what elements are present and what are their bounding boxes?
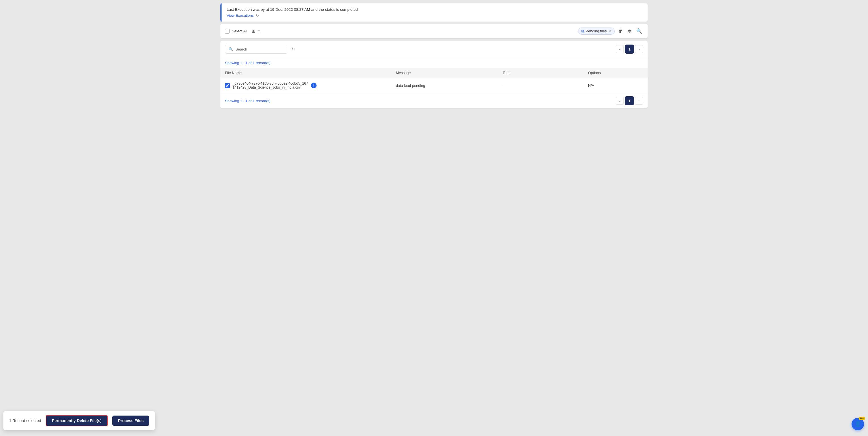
current-page-bottom: 1 xyxy=(625,96,634,105)
list-view-icon[interactable]: ≡ xyxy=(257,29,260,34)
sort-icon[interactable]: ≑ xyxy=(627,27,632,35)
file-message-0: data load pending xyxy=(391,78,498,93)
bottom-record-count-area: Showing 1 - 1 of 1 record(s) ‹ 1 › xyxy=(220,93,648,108)
file-options-0: N/A xyxy=(584,78,648,93)
search-area: 🔍 ↻ ‹ 1 › xyxy=(220,40,648,58)
prev-page-bottom[interactable]: ‹ xyxy=(616,97,624,105)
filter-close-icon[interactable]: ✕ xyxy=(609,29,612,33)
file-table: File Name Message Tags Options _d xyxy=(220,68,648,93)
records-selected-text: 1 Record selected xyxy=(9,418,41,423)
select-all-label[interactable]: Select All xyxy=(232,29,248,33)
support-icon: 👤 xyxy=(855,421,861,427)
file-checkbox-0[interactable] xyxy=(225,83,230,88)
permanently-delete-button[interactable]: Permanently Delete File(s) xyxy=(46,415,108,426)
toolbar-right: ⊟ Pending files ✕ 🗑 ≑ 🔍 xyxy=(578,27,643,35)
toolbar-left: Select All ⊞ ≡ xyxy=(225,28,260,34)
execution-links: View Executions ↻ xyxy=(227,13,643,18)
select-all-checkbox[interactable] xyxy=(225,29,229,33)
execution-text: Last Execution was by at 19 Dec, 2022 08… xyxy=(227,7,643,12)
filter-badge-label: Pending files xyxy=(586,29,607,33)
next-page-bottom[interactable]: › xyxy=(635,97,643,105)
current-page-top: 1 xyxy=(625,45,634,54)
execution-banner: Last Execution was by at 19 Dec, 2022 08… xyxy=(220,3,648,22)
search-input-icon: 🔍 xyxy=(229,47,233,51)
support-widget[interactable]: 99+ 👤 xyxy=(851,418,864,430)
file-name-cell: _d736e464-737c-41b5-85f7-0b6e2f46dbd5_16… xyxy=(225,82,386,89)
filter-icon: ⊟ xyxy=(581,29,584,33)
execution-refresh-icon[interactable]: ↻ xyxy=(256,13,259,18)
prev-page-top[interactable]: ‹ xyxy=(616,45,624,53)
search-icon[interactable]: 🔍 xyxy=(636,27,643,35)
col-header-message: Message xyxy=(391,68,498,78)
empty-area xyxy=(220,110,648,190)
action-bar: 1 Record selected Permanently Delete Fil… xyxy=(3,411,155,430)
view-executions-link[interactable]: View Executions xyxy=(227,13,254,18)
execution-prefix: Last Execution was by xyxy=(227,7,265,12)
search-input[interactable] xyxy=(236,47,284,51)
search-input-wrapper: 🔍 xyxy=(225,45,287,54)
col-header-filename: File Name xyxy=(220,68,391,78)
col-header-options: Options xyxy=(584,68,648,78)
table-body: _d736e464-737c-41b5-85f7-0b6e2f46dbd5_16… xyxy=(220,78,648,93)
search-refresh-icon[interactable]: ↻ xyxy=(290,46,296,53)
main-card: 🔍 ↻ ‹ 1 › Showing 1 - 1 of 1 record(s) xyxy=(220,40,648,108)
pagination-bottom: ‹ 1 › xyxy=(616,96,643,105)
record-count-bottom: Showing 1 - 1 of 1 record(s) xyxy=(225,99,270,103)
grid-view-icon[interactable]: ⊞ xyxy=(252,28,255,34)
search-left: 🔍 ↻ xyxy=(225,45,296,54)
next-page-top[interactable]: › xyxy=(635,45,643,53)
file-tags-0: - xyxy=(498,78,584,93)
col-header-tags: Tags xyxy=(498,68,584,78)
table-header-row: File Name Message Tags Options xyxy=(220,68,648,78)
record-count-top: Showing 1 - 1 of 1 record(s) xyxy=(220,58,648,68)
support-badge: 99+ xyxy=(859,417,865,420)
table-row: _d736e464-737c-41b5-85f7-0b6e2f46dbd5_16… xyxy=(220,78,648,93)
toolbar-view-icons: ⊞ ≡ xyxy=(252,28,260,34)
process-files-button[interactable]: Process Files xyxy=(112,415,149,426)
delete-icon[interactable]: 🗑 xyxy=(618,28,624,35)
pagination-top: ‹ 1 › xyxy=(616,45,643,54)
filter-badge: ⊟ Pending files ✕ xyxy=(578,28,615,35)
filename-text-0: _d736e464-737c-41b5-85f7-0b6e2f46dbd5_16… xyxy=(232,82,308,89)
toolbar: Select All ⊞ ≡ ⊟ Pending files ✕ 🗑 ≑ 🔍 xyxy=(220,24,648,38)
file-info-icon-0[interactable]: i xyxy=(311,83,316,88)
execution-detail: at 19 Dec, 2022 08:27 AM and the status … xyxy=(266,7,358,12)
select-all-container: Select All xyxy=(225,29,248,33)
